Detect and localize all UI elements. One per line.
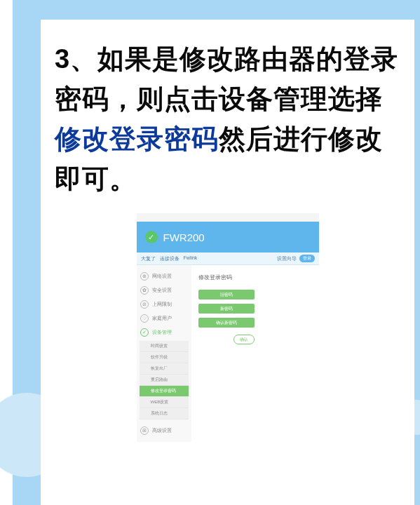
phone-status-bar bbox=[137, 213, 319, 222]
app-header: ✓ FWR200 bbox=[137, 222, 319, 252]
main-panel: ⊕ 网络设置 ✿ 安全设置 ⊘ 上网限制 ♡ 家庭用户 bbox=[137, 265, 319, 442]
sub-item-web[interactable]: WEB设置 bbox=[140, 397, 189, 408]
sub-item-time[interactable]: 时间设置 bbox=[140, 341, 189, 352]
instruction-text: 3、如果是修改路由器的登录密码，则点击设备管理选择修改登录密码然后进行修改即可。 bbox=[55, 39, 400, 199]
instruction-prefix: 3、如果是修改路由器的登录密码，则点击设备管理选择 bbox=[55, 44, 398, 114]
sub-item-reboot[interactable]: 重启路由 bbox=[140, 375, 189, 386]
confirm-button[interactable]: 确认 bbox=[233, 335, 255, 344]
check-icon: ✓ bbox=[145, 231, 158, 243]
security-icon: ✿ bbox=[140, 286, 149, 295]
sidebar-item-device[interactable]: ✓ 设备管理 bbox=[137, 325, 191, 339]
content-card: 3、如果是修改路由器的登录密码，则点击设备管理选择修改登录密码然后进行修改即可。… bbox=[41, 20, 414, 505]
sub-item-password[interactable]: 修改登录密码 bbox=[140, 386, 189, 397]
network-icon: ⊕ bbox=[140, 272, 149, 281]
family-icon: ♡ bbox=[140, 314, 149, 323]
new-password-input[interactable]: 新密码 bbox=[198, 304, 255, 314]
sidebar-item-limit[interactable]: ⊘ 上网限制 bbox=[137, 297, 191, 311]
nav-bar: 大复了 连接设备 Fwlink 设置向导 登录 bbox=[137, 252, 319, 265]
nav-right-text[interactable]: 设置向导 bbox=[277, 255, 297, 262]
device-name: FWR200 bbox=[163, 231, 205, 243]
sidebar-item-security[interactable]: ✿ 安全设置 bbox=[137, 283, 191, 297]
advanced-icon: ⊞ bbox=[140, 426, 149, 435]
router-screenshot: ✓ FWR200 大复了 连接设备 Fwlink 设置向导 登录 ⊕ bbox=[137, 213, 319, 505]
nav-item-1[interactable]: 大复了 bbox=[141, 255, 156, 262]
sub-item-upgrade[interactable]: 软件升级 bbox=[140, 352, 189, 363]
sidebar-item-family[interactable]: ♡ 家庭用户 bbox=[137, 311, 191, 325]
sub-item-factory[interactable]: 恢复出厂 bbox=[140, 363, 189, 375]
sidebar-item-network[interactable]: ⊕ 网络设置 bbox=[137, 269, 191, 283]
confirm-password-input[interactable]: 确认新密码 bbox=[198, 318, 255, 328]
device-icon: ✓ bbox=[140, 328, 149, 337]
old-password-input[interactable]: 旧密码 bbox=[198, 290, 255, 299]
nav-item-3[interactable]: Fwlink bbox=[184, 255, 198, 262]
nav-pill[interactable]: 登录 bbox=[299, 255, 315, 262]
content-title: 修改登录密码 bbox=[198, 274, 312, 281]
sidebar-item-advanced[interactable]: ⊞ 高级设置 bbox=[137, 424, 191, 438]
instruction-highlight: 修改登录密码 bbox=[55, 124, 219, 154]
sidebar-sublist: 时间设置 软件升级 恢复出厂 重启路由 修改登录密码 WEB设置 系统日志 bbox=[140, 341, 189, 419]
content-area: 修改登录密码 旧密码 新密码 确认新密码 确认 bbox=[191, 265, 319, 442]
sub-item-log[interactable]: 系统日志 bbox=[140, 408, 189, 419]
nav-item-2[interactable]: 连接设备 bbox=[160, 255, 179, 262]
sidebar: ⊕ 网络设置 ✿ 安全设置 ⊘ 上网限制 ♡ 家庭用户 bbox=[137, 265, 191, 442]
limit-icon: ⊘ bbox=[140, 300, 149, 309]
